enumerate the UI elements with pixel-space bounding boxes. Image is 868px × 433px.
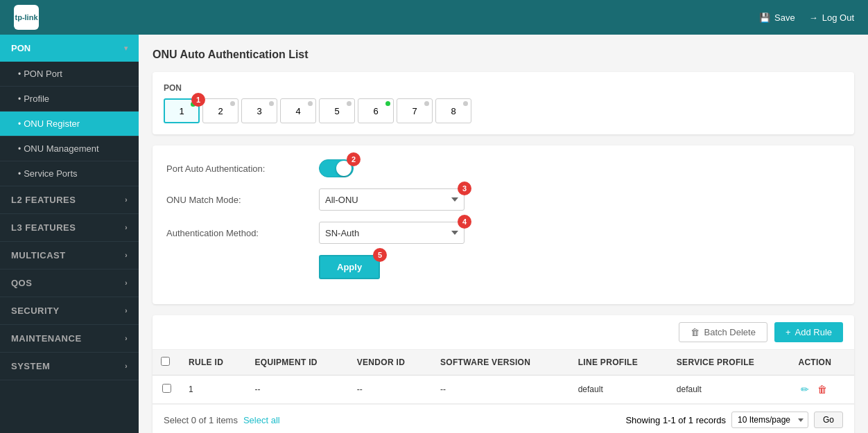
- sidebar-maintenance-header[interactable]: Maintenance ›: [0, 325, 139, 352]
- save-button[interactable]: 💾 Save: [759, 12, 795, 23]
- row-service-profile: default: [668, 375, 790, 404]
- pon-tab-1-label: 1: [179, 106, 184, 116]
- sidebar-section-qos: QoS ›: [0, 269, 139, 297]
- sidebar-section-maintenance: Maintenance ›: [0, 325, 139, 353]
- security-chevron-icon: ›: [125, 307, 128, 315]
- pon-tab-6-label: 6: [373, 106, 378, 116]
- pon-tab-8[interactable]: 8: [435, 98, 471, 123]
- sidebar-item-pon-port[interactable]: PON Port: [0, 62, 139, 87]
- sidebar-qos-label: QoS: [11, 278, 32, 288]
- pon-tab-5[interactable]: 5: [319, 98, 355, 123]
- col-software-version: SOFTWARE VERSION: [432, 350, 570, 375]
- pon-tab-4[interactable]: 4: [280, 98, 316, 123]
- rules-table: RULE ID EQUIPMENT ID VENDOR ID SOFTWARE …: [153, 350, 854, 404]
- sidebar-item-profile[interactable]: Profile: [0, 87, 139, 112]
- logo-icon: tp-link: [14, 5, 39, 30]
- qos-chevron-icon: ›: [125, 279, 128, 287]
- match-mode-row: ONU Match Mode: All-ONU SN-ONU Password-…: [166, 188, 840, 211]
- pon-tab-7[interactable]: 7: [397, 98, 433, 123]
- logo-text: tp-link: [15, 13, 38, 21]
- apply-wrap: Apply 5: [319, 255, 380, 279]
- match-mode-label: ONU Match Mode:: [166, 195, 319, 205]
- auth-method-label: Authentication Method:: [166, 228, 319, 238]
- batch-delete-button[interactable]: 🗑 Batch Delete: [679, 322, 767, 342]
- sidebar-item-pon-port-label: PON Port: [24, 69, 62, 79]
- step-badge-4: 4: [458, 215, 471, 229]
- pon-tab-3[interactable]: 3: [241, 98, 277, 123]
- sidebar-section-security: Security ›: [0, 297, 139, 325]
- auth-method-select[interactable]: SN-Auth Password-Auth SN-Password-Auth: [319, 222, 465, 244]
- edit-row-button[interactable]: ✏: [798, 382, 812, 396]
- sidebar-qos-header[interactable]: QoS ›: [0, 269, 139, 297]
- pon-tab-5-label: 5: [334, 106, 339, 116]
- l2-chevron-icon: ›: [125, 196, 128, 204]
- apply-button[interactable]: Apply: [319, 255, 380, 279]
- sidebar-multicast-header[interactable]: Multicast ›: [0, 242, 139, 269]
- sidebar-maintenance-label: Maintenance: [11, 333, 82, 344]
- batch-delete-label: Batch Delete: [704, 327, 755, 337]
- select-count: Select 0 of 1 items: [164, 415, 238, 425]
- topbar: tp-link 💾 Save → Log Out: [0, 0, 868, 35]
- logout-label: Log Out: [822, 12, 854, 23]
- delete-row-button[interactable]: 🗑: [815, 382, 830, 396]
- sidebar-multicast-label: Multicast: [11, 250, 66, 260]
- sidebar-pon-label: PON: [11, 43, 31, 53]
- match-mode-select[interactable]: All-ONU SN-ONU Password-ONU: [319, 188, 465, 211]
- pon-dot-6: [385, 101, 390, 106]
- pon-tab-8-label: 8: [451, 106, 455, 116]
- pon-dot-4: [308, 101, 313, 106]
- sidebar-item-onu-management-label: ONU Management: [24, 143, 98, 154]
- pon-tab-2[interactable]: 2: [202, 98, 238, 123]
- sidebar-system-label: System: [11, 361, 50, 371]
- sidebar-item-onu-register[interactable]: ONU Register: [0, 112, 139, 136]
- select-all-link[interactable]: Select all: [243, 415, 280, 425]
- logout-button[interactable]: → Log Out: [809, 12, 854, 23]
- footer-right: Showing 1-1 of 1 records 10 Items/page 2…: [625, 412, 843, 428]
- main-content: ONU Auto Authentication List PON 1 1 2 3: [139, 35, 868, 433]
- col-equipment-id: EQUIPMENT ID: [246, 350, 348, 375]
- row-actions: ✏ 🗑: [790, 375, 854, 404]
- add-rule-button[interactable]: + Add Rule: [774, 322, 843, 342]
- main-layout: PON ▾ PON Port Profile ONU Register ONU …: [0, 35, 868, 433]
- pon-dot-5: [347, 101, 351, 106]
- sidebar-section-multicast: Multicast ›: [0, 242, 139, 269]
- go-button[interactable]: Go: [814, 412, 843, 428]
- col-line-profile: LINE PROFILE: [570, 350, 668, 375]
- page-title: ONU Auto Authentication List: [153, 48, 854, 61]
- col-action: ACTION: [790, 350, 854, 375]
- sidebar-item-service-ports-label: Service Ports: [24, 168, 77, 179]
- items-per-page-select[interactable]: 10 Items/page 20 Items/page 50 Items/pag…: [731, 412, 808, 428]
- logo: tp-link: [14, 5, 39, 30]
- pon-tab-6[interactable]: 6: [358, 98, 394, 123]
- pon-chevron-icon: ▾: [124, 44, 128, 52]
- row-software-version: --: [432, 375, 570, 404]
- sidebar-item-service-ports[interactable]: Service Ports: [0, 161, 139, 186]
- select-all-checkbox[interactable]: [161, 357, 170, 366]
- sidebar-security-header[interactable]: Security ›: [0, 297, 139, 324]
- table-head: RULE ID EQUIPMENT ID VENDOR ID SOFTWARE …: [153, 350, 854, 375]
- pon-tab-3-label: 3: [257, 106, 261, 116]
- row-checkbox-cell: [153, 375, 180, 404]
- l3-chevron-icon: ›: [125, 224, 128, 231]
- pon-tab-7-label: 7: [412, 106, 417, 116]
- sidebar-section-system: System ›: [0, 353, 139, 380]
- topbar-actions: 💾 Save → Log Out: [759, 12, 854, 23]
- port-auth-row: Port Auto Authentication: 2: [166, 159, 840, 177]
- save-icon: 💾: [759, 12, 770, 23]
- sidebar-l3-header[interactable]: L3 FEATURES ›: [0, 214, 139, 241]
- pon-tab-1[interactable]: 1 1: [164, 98, 200, 123]
- sidebar-pon-header[interactable]: PON ▾: [0, 35, 139, 62]
- row-checkbox[interactable]: [162, 384, 171, 393]
- step-badge-1: 1: [191, 93, 205, 107]
- col-service-profile: SERVICE PROFILE: [668, 350, 790, 375]
- auth-method-wrap: SN-Auth Password-Auth SN-Password-Auth 4: [319, 222, 465, 244]
- sidebar-l2-header[interactable]: L2 FEATURES ›: [0, 186, 139, 213]
- row-line-profile: default: [570, 375, 668, 404]
- pon-dot-8: [463, 101, 468, 106]
- pon-dot-2: [230, 101, 235, 106]
- col-vendor-id: VENDOR ID: [349, 350, 432, 375]
- maintenance-chevron-icon: ›: [125, 335, 128, 342]
- sidebar-system-header[interactable]: System ›: [0, 353, 139, 380]
- toggle-wrap: 2: [319, 159, 354, 177]
- sidebar-item-onu-management[interactable]: ONU Management: [0, 136, 139, 161]
